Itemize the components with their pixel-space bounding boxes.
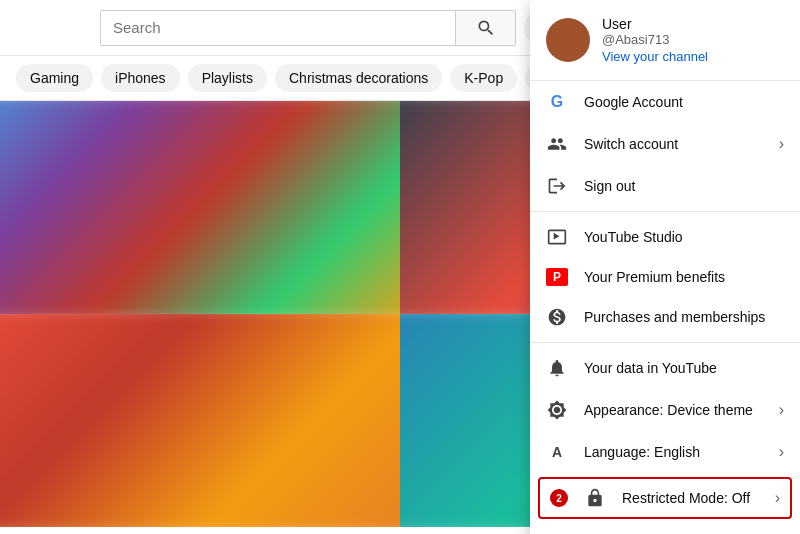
pill-gaming[interactable]: Gaming — [16, 64, 93, 92]
video-thumb-1[interactable] — [0, 101, 400, 314]
view-channel-link[interactable]: View your channel — [602, 49, 708, 64]
menu-item-switch-account[interactable]: Switch account › — [530, 123, 800, 165]
sign-out-label: Sign out — [584, 178, 784, 194]
premium-icon: P — [546, 268, 568, 286]
divider-2 — [530, 342, 800, 343]
appearance-label: Appearance: Device theme — [584, 402, 763, 418]
data-label: Your data in YouTube — [584, 360, 784, 376]
search-input[interactable] — [101, 11, 455, 45]
menu-item-sign-out[interactable]: Sign out — [530, 165, 800, 207]
restricted-badge: 2 — [550, 489, 568, 507]
appearance-icon — [546, 399, 568, 421]
language-arrow: › — [779, 443, 784, 461]
menu-item-purchases[interactable]: Purchases and memberships — [530, 296, 800, 338]
restricted-icon — [584, 487, 606, 509]
divider-1 — [530, 211, 800, 212]
pill-kpop[interactable]: K-Pop — [450, 64, 517, 92]
search-icon — [476, 18, 496, 38]
premium-label: Your Premium benefits — [584, 269, 784, 285]
appearance-arrow: › — [779, 401, 784, 419]
menu-item-youtube-studio[interactable]: YouTube Studio — [530, 216, 800, 258]
menu-item-premium[interactable]: P Your Premium benefits — [530, 258, 800, 296]
language-icon: A — [546, 441, 568, 463]
google-icon: G — [546, 91, 568, 113]
menu-item-restricted[interactable]: 2 Restricted Mode: Off › — [538, 477, 792, 519]
dropdown-header: User @Abasi713 View your channel — [530, 0, 800, 81]
search-bar — [100, 10, 560, 46]
menu-item-language[interactable]: A Language: English › — [530, 431, 800, 473]
video-thumb-3[interactable] — [0, 314, 400, 527]
switch-account-arrow: › — [779, 135, 784, 153]
restricted-arrow: › — [775, 489, 780, 507]
purchases-label: Purchases and memberships — [584, 309, 784, 325]
pill-christmas[interactable]: Christmas decorations — [275, 64, 442, 92]
language-label: Language: English — [584, 444, 763, 460]
dropdown-user-name: User — [602, 16, 708, 32]
switch-account-icon — [546, 133, 568, 155]
search-input-wrap — [100, 10, 456, 46]
pill-playlists[interactable]: Playlists — [188, 64, 267, 92]
sign-out-icon — [546, 175, 568, 197]
menu-item-location[interactable]: Location: Philippines › — [530, 523, 800, 534]
dropdown-user-handle: @Abasi713 — [602, 32, 708, 47]
youtube-studio-label: YouTube Studio — [584, 229, 784, 245]
menu-item-google-account[interactable]: G Google Account — [530, 81, 800, 123]
dropdown-user-info: User @Abasi713 View your channel — [602, 16, 708, 64]
menu-item-data[interactable]: Your data in YouTube — [530, 347, 800, 389]
google-account-label: Google Account — [584, 94, 784, 110]
switch-account-label: Switch account — [584, 136, 763, 152]
data-icon — [546, 357, 568, 379]
menu-item-appearance[interactable]: Appearance: Device theme › — [530, 389, 800, 431]
dropdown-avatar — [546, 18, 590, 62]
studio-icon — [546, 226, 568, 248]
purchases-icon — [546, 306, 568, 328]
search-button[interactable] — [456, 10, 516, 46]
user-dropdown: User @Abasi713 View your channel G Googl… — [530, 0, 800, 534]
restricted-label: Restricted Mode: Off — [622, 490, 759, 506]
pill-iphones[interactable]: iPhones — [101, 64, 180, 92]
dropdown-menu: G Google Account Switch account › Sign o… — [530, 81, 800, 534]
